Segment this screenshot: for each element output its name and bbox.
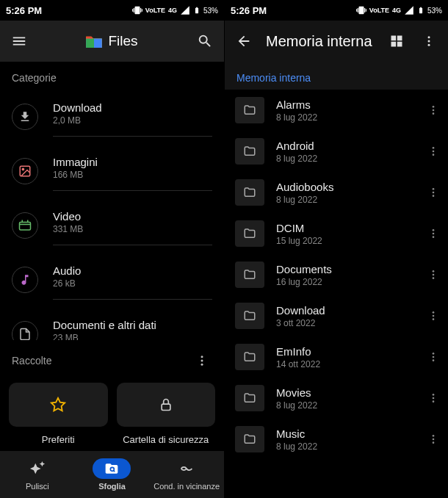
folder-row[interactable]: EmInfo 14 ott 2022: [225, 336, 448, 378]
nav-share-label: Cond. in vicinanze: [153, 482, 220, 491]
category-download[interactable]: Download 2,0 MB: [0, 90, 224, 144]
image-icon: [12, 158, 38, 184]
more-vert-icon: [427, 187, 439, 198]
breadcrumb[interactable]: Memoria interna: [225, 62, 448, 90]
more-vert-icon: [427, 351, 439, 363]
category-size: 23 MB: [53, 333, 212, 340]
folder-row[interactable]: Movies 8 lug 2022: [225, 378, 448, 419]
lock-icon: [159, 397, 173, 412]
svg-point-27: [433, 274, 435, 276]
svg-point-36: [433, 397, 435, 400]
folder-row[interactable]: Download 3 ott 2022: [225, 295, 448, 336]
document-icon: [12, 321, 38, 340]
collections-label: Raccolte: [12, 355, 51, 367]
files-logo-icon: [86, 35, 102, 48]
safe-folder-label: Cartella di sicurezza: [117, 434, 216, 445]
more-vert-icon: [195, 354, 209, 367]
folder-icon: [242, 391, 258, 405]
folder-name: Music: [276, 427, 414, 440]
nav-share[interactable]: Cond. in vicinanze: [150, 458, 224, 491]
category-documents[interactable]: Documenti e altri dati 23 MB: [0, 307, 224, 340]
category-images[interactable]: Immagini 166 MB: [0, 144, 224, 198]
download-icon: [12, 104, 38, 130]
svg-point-17: [433, 147, 435, 149]
files-app-panel: 5:26 PM VoLTE 4G 53% Files: [0, 0, 224, 498]
folder-more-button[interactable]: [426, 310, 441, 322]
folder-more-button[interactable]: [426, 145, 441, 157]
star-icon: [50, 397, 66, 413]
folder-date: 8 lug 2022: [276, 195, 414, 205]
svg-point-30: [433, 315, 435, 317]
folder-icon: [242, 104, 258, 117]
folder-row[interactable]: Alarms 8 lug 2022: [225, 90, 448, 131]
svg-rect-9: [162, 404, 170, 410]
svg-point-7: [201, 360, 203, 362]
folder-more-button[interactable]: [426, 392, 441, 404]
folder-icon: [242, 350, 258, 364]
folder-row[interactable]: DCIM 15 lug 2022: [225, 213, 448, 254]
svg-point-6: [201, 356, 203, 358]
status-icons: VoLTE 4G 53%: [356, 5, 442, 15]
svg-point-38: [433, 435, 435, 437]
svg-point-32: [433, 353, 435, 355]
status-battery: 53%: [203, 7, 218, 15]
svg-point-14: [433, 106, 435, 108]
signal-icon: [180, 5, 190, 15]
browse-icon: [104, 461, 119, 476]
folder-more-button[interactable]: [426, 433, 441, 445]
folder-row[interactable]: Music 8 lug 2022: [225, 419, 448, 460]
folder-date: 8 lug 2022: [276, 441, 414, 452]
folder-name: Movies: [276, 386, 414, 399]
categories-label: Categorie: [12, 72, 57, 84]
nav-browse-label: Sfoglia: [98, 482, 126, 491]
folder-more-button[interactable]: [426, 228, 441, 239]
folder-more-button[interactable]: [426, 104, 441, 116]
back-button[interactable]: [234, 31, 254, 51]
folder-name: Alarms: [276, 98, 414, 111]
category-size: 331 MB: [53, 224, 212, 234]
vibrate-icon: [132, 5, 142, 15]
safe-folder-card[interactable]: [117, 383, 216, 427]
folder-name: DCIM: [276, 222, 414, 234]
favorites-label: Preferiti: [9, 434, 108, 445]
folder-date: 3 ott 2022: [276, 318, 414, 328]
folder-more-button[interactable]: [426, 351, 441, 363]
folder-more-button[interactable]: [426, 269, 441, 281]
folder-icon: [242, 145, 258, 158]
svg-point-23: [433, 229, 435, 231]
app-title-text: Files: [108, 33, 137, 49]
category-audio[interactable]: Audio 26 kB: [0, 253, 224, 307]
folder-row[interactable]: Audiobooks 8 lug 2022: [225, 172, 448, 213]
svg-point-25: [433, 236, 435, 238]
folder-date: 14 ott 2022: [276, 359, 414, 369]
folder-icon: [242, 309, 258, 322]
status-battery: 53%: [427, 7, 442, 15]
svg-point-1: [22, 168, 24, 170]
search-icon: [197, 33, 213, 49]
more-vert-icon: [427, 145, 439, 157]
status-net: 4G: [392, 7, 401, 14]
favorites-card[interactable]: [9, 383, 108, 427]
category-name: Audio: [53, 264, 212, 277]
folder-row[interactable]: Android 8 lug 2022: [225, 131, 448, 172]
svg-point-37: [433, 400, 435, 403]
nav-browse[interactable]: Sfoglia: [75, 458, 149, 491]
folder-more-button[interactable]: [426, 187, 441, 198]
collections-row: [0, 377, 224, 434]
status-time: 5:26 PM: [6, 5, 42, 16]
search-button[interactable]: [195, 31, 215, 51]
category-size: 166 MB: [53, 170, 212, 180]
collections-more-button[interactable]: [192, 350, 212, 371]
folder-name: Android: [276, 140, 414, 152]
svg-point-40: [433, 441, 435, 444]
category-video[interactable]: Video 331 MB: [0, 198, 224, 253]
category-name: Download: [53, 101, 212, 114]
nav-clean[interactable]: Pulisci: [1, 458, 75, 491]
svg-point-8: [201, 364, 203, 366]
more-button[interactable]: [419, 31, 439, 51]
svg-point-19: [433, 154, 435, 156]
folder-row[interactable]: Documents 16 lug 2022: [225, 254, 448, 295]
view-grid-button[interactable]: [386, 31, 407, 51]
nav-clean-label: Pulisci: [26, 482, 49, 491]
menu-button[interactable]: [9, 31, 29, 51]
